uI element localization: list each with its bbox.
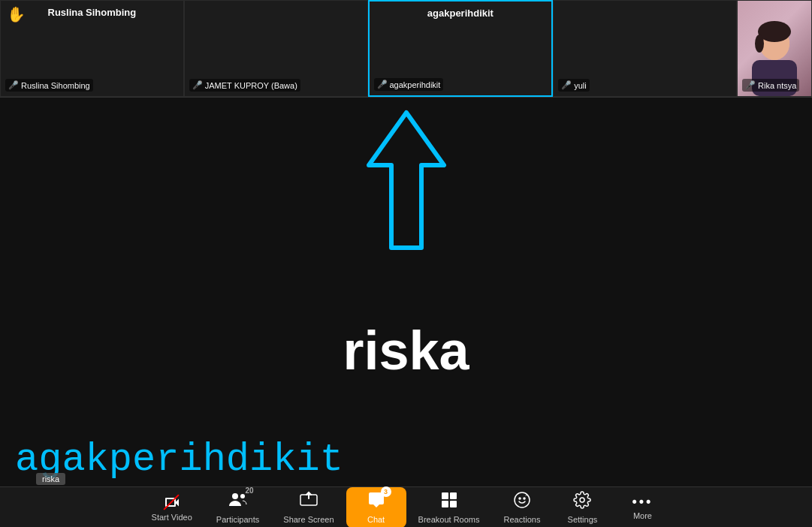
- share-screen-button[interactable]: Share Screen: [271, 487, 346, 528]
- participant-tile-ruslina[interactable]: ✋ Ruslina Sihombing 🎤 Ruslina Sihombing: [0, 0, 184, 97]
- participant-strip: ✋ Ruslina Sihombing 🎤 Ruslina Sihombing …: [0, 0, 812, 98]
- more-button[interactable]: ••• More: [612, 487, 672, 528]
- breakout-rooms-label: Breakout Rooms: [418, 515, 480, 524]
- participant-tile-agak[interactable]: agakperihdikit 🎤 agakperihdikit: [368, 0, 554, 97]
- participants-icon: 20: [228, 491, 248, 513]
- riska-badge: riska: [36, 473, 65, 485]
- svg-point-4: [755, 35, 764, 53]
- chat-label: Chat: [367, 515, 385, 524]
- settings-icon: [573, 491, 591, 513]
- svg-rect-12: [450, 501, 457, 507]
- svg-point-15: [524, 498, 525, 499]
- participant-label-jamet: 🎤 JAMET KUPROY (Bawa): [189, 79, 300, 92]
- svg-marker-5: [369, 113, 444, 248]
- participant-tile-jamet[interactable]: 🎤 JAMET KUPROY (Bawa): [184, 0, 368, 97]
- participant-label-agak: 🎤 agakperihdikit: [374, 78, 444, 91]
- start-video-button[interactable]: Start Video: [140, 487, 204, 528]
- center-text: riska: [343, 320, 469, 381]
- participants-label: Participants: [216, 515, 259, 524]
- participants-button[interactable]: 20 Participants: [204, 487, 271, 528]
- participant-name-ruslina: Ruslina Sihombing: [48, 7, 137, 18]
- participant-label-ruslina: 🎤 Ruslina Sihombing: [5, 79, 93, 92]
- arrow-container: [361, 105, 451, 258]
- main-content: riska: [0, 98, 812, 486]
- svg-point-14: [519, 498, 521, 499]
- share-screen-label: Share Screen: [283, 515, 334, 524]
- participant-name-agak: agakperihdikit: [427, 8, 494, 19]
- reactions-button[interactable]: Reactions: [492, 487, 553, 528]
- settings-button[interactable]: Settings: [552, 487, 612, 528]
- svg-point-6: [232, 493, 238, 499]
- svg-point-16: [580, 498, 584, 502]
- up-arrow-icon: [361, 105, 451, 255]
- more-label: More: [633, 511, 652, 520]
- share-screen-icon: [299, 491, 318, 513]
- start-video-label: Start Video: [152, 513, 192, 522]
- chat-icon: 3: [367, 491, 385, 513]
- settings-label: Settings: [568, 515, 598, 524]
- participant-label-yuli: 🎤 yuli: [558, 79, 590, 92]
- svg-point-7: [240, 494, 245, 498]
- hand-raised-icon: ✋: [7, 5, 26, 23]
- more-icon: •••: [632, 494, 653, 510]
- svg-point-13: [515, 492, 530, 507]
- svg-rect-10: [450, 492, 457, 499]
- breakout-rooms-icon: [440, 491, 458, 513]
- svg-rect-9: [442, 492, 448, 499]
- chat-button[interactable]: 3 Chat: [346, 487, 406, 528]
- participant-tile-rika[interactable]: 🎤 Rika ntsya: [737, 0, 812, 97]
- participant-tile-yuli[interactable]: 🎤 yuli: [553, 0, 737, 97]
- reactions-label: Reactions: [504, 515, 541, 524]
- svg-rect-11: [442, 501, 448, 507]
- participant-label-rika: 🎤 Rika ntsya: [742, 79, 799, 92]
- toolbar: Start Video 20 Participants Share Screen: [0, 486, 812, 527]
- breakout-rooms-button[interactable]: Breakout Rooms: [406, 487, 492, 528]
- video-icon: [163, 493, 181, 511]
- reactions-icon: [513, 491, 531, 513]
